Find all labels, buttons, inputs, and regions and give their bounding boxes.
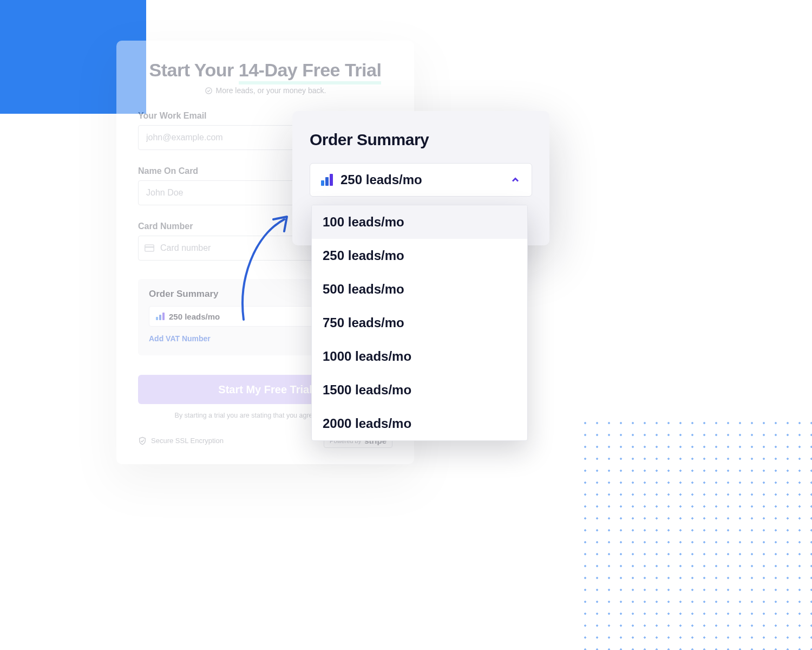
plan-option[interactable]: 750 leads/mo: [312, 306, 527, 340]
bars-icon: [156, 313, 165, 320]
title-plain: Start Your: [149, 60, 239, 80]
ssl-badge: Secure SSL Encryption: [138, 437, 224, 445]
plan-selected: 250 leads/mo: [340, 172, 422, 187]
plan-dropdown[interactable]: 100 leads/mo250 leads/mo500 leads/mo750 …: [311, 205, 528, 441]
title-highlight: 14-Day Free Trial: [239, 60, 382, 84]
bars-icon: [321, 174, 333, 186]
plan-option[interactable]: 250 leads/mo: [312, 239, 527, 272]
subtitle-text: More leads, or your money back.: [216, 86, 326, 95]
plan-option[interactable]: 500 leads/mo: [312, 272, 527, 306]
plan-option[interactable]: 100 leads/mo: [312, 205, 527, 239]
credit-card-icon: [145, 244, 154, 252]
plan-select[interactable]: 250 leads/mo: [310, 163, 532, 197]
svg-rect-1: [145, 245, 154, 251]
decorative-dot-grid: [579, 417, 812, 650]
shield-check-icon: [138, 437, 147, 445]
plan-option[interactable]: 1500 leads/mo: [312, 373, 527, 407]
check-badge-icon: [205, 87, 213, 95]
add-vat-link[interactable]: Add VAT Number: [149, 334, 211, 343]
page-title: Start Your 14-Day Free Trial: [138, 60, 392, 81]
plan-selected-small: 250 leads/mo: [169, 312, 220, 321]
chevron-up-icon: [510, 174, 521, 185]
subtitle-row: More leads, or your money back.: [138, 86, 392, 95]
plan-option[interactable]: 2000 leads/mo: [312, 407, 527, 440]
plan-option[interactable]: 1000 leads/mo: [312, 340, 527, 373]
svg-rect-2: [145, 246, 154, 248]
order-summary-title: Order Summary: [310, 131, 532, 149]
svg-point-0: [205, 87, 211, 93]
ssl-text: Secure SSL Encryption: [151, 437, 224, 445]
